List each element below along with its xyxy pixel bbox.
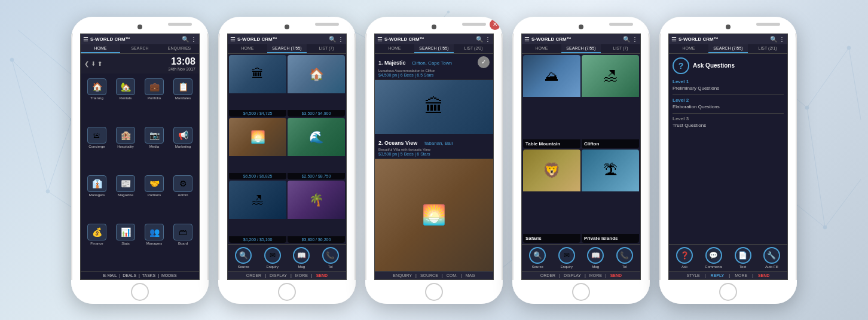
- more-link-4[interactable]: MORE: [589, 273, 602, 278]
- more-icon-3[interactable]: ⋮: [485, 36, 491, 42]
- property-card-4[interactable]: 🌊 $2,500 / $8,750: [288, 118, 345, 179]
- tab-search-4[interactable]: SEARCH (7/55): [561, 44, 601, 53]
- com-link-3[interactable]: COM.: [447, 273, 457, 278]
- icon-marketing[interactable]: 📢 Marketing: [169, 124, 197, 172]
- search-icon-4[interactable]: 🔍: [623, 36, 630, 42]
- tab-home-2[interactable]: HOME: [228, 44, 267, 53]
- display-link-2[interactable]: DISPLAY: [270, 273, 287, 278]
- listing-item-2[interactable]: 2. Oceans View Tabanan, Bali ✕ Beautiful…: [375, 134, 493, 159]
- category-clifton[interactable]: 🏖 Clifton: [582, 55, 639, 148]
- icon-board[interactable]: 🗃 Board: [169, 221, 197, 269]
- send-link-5[interactable]: SEND: [758, 273, 769, 278]
- listing-item-1[interactable]: 1. Majestic Clifton, Cape Town ✓ Luxurio…: [375, 54, 493, 80]
- icon-magazine[interactable]: 📰 Magazine: [112, 173, 139, 220]
- action-comments-5[interactable]: 💬 Comments: [705, 247, 722, 269]
- deals-link[interactable]: DEALS: [123, 273, 136, 278]
- tab-home-4[interactable]: HOME: [522, 44, 561, 53]
- hamburger-icon-5[interactable]: ☰: [671, 36, 677, 42]
- action-enquiry-2[interactable]: ✉ Enquiry: [264, 247, 281, 269]
- icon-admin[interactable]: ⚙ Admin: [169, 173, 197, 220]
- more-icon-2[interactable]: ⋮: [338, 36, 344, 42]
- icon-portfolio[interactable]: 💼 Portfolio: [140, 76, 168, 123]
- checkmark-1[interactable]: ✓: [478, 56, 490, 68]
- tab-list-5[interactable]: LIST (2/1): [748, 44, 787, 53]
- tab-list-3[interactable]: LIST (2/2): [454, 44, 493, 53]
- more-icon-5[interactable]: ⋮: [779, 36, 785, 42]
- action-tel-2[interactable]: 📞 Tel: [322, 247, 339, 269]
- email-link[interactable]: E-MAIL: [103, 273, 117, 278]
- property-card-3[interactable]: 🌅 $6,500 / $6,825: [229, 118, 286, 179]
- icon-managers[interactable]: 👔 Managers: [83, 173, 111, 220]
- up-arrow-icon[interactable]: ⬆: [97, 60, 102, 67]
- action-source-4[interactable]: 🔍 Source: [529, 247, 546, 269]
- icon-media[interactable]: 📷 Media: [140, 124, 168, 172]
- mag-link-3[interactable]: MAG: [466, 273, 475, 278]
- action-tel-4[interactable]: 📞 Tel: [616, 247, 633, 269]
- hamburger-icon-4[interactable]: ☰: [524, 36, 530, 42]
- down-arrow-icon[interactable]: ⬇: [91, 60, 96, 67]
- hamburger-icon-1[interactable]: ☰: [83, 36, 88, 42]
- reply-link-5[interactable]: REPLY: [711, 273, 725, 278]
- send-link-2[interactable]: SEND: [316, 273, 328, 278]
- tab-home-5[interactable]: HOME: [669, 44, 708, 53]
- send-link-4[interactable]: SEND: [610, 273, 622, 278]
- enquiry-link-3[interactable]: ENQUIRY: [393, 273, 412, 278]
- home-button-3[interactable]: [425, 283, 443, 301]
- tab-search-1[interactable]: SEARCH: [120, 44, 160, 53]
- action-text-5[interactable]: 📄 Text: [735, 247, 751, 269]
- property-price-6: $3,800 / $6,200: [288, 236, 345, 243]
- icon-hospitality[interactable]: 🏨 Hospitality: [112, 124, 139, 172]
- more-link-2[interactable]: MORE: [295, 273, 308, 278]
- hamburger-icon-3[interactable]: ☰: [377, 36, 383, 42]
- icon-partners[interactable]: 🤝 Partners: [140, 173, 168, 220]
- action-source-2[interactable]: 🔍 Source: [235, 247, 252, 269]
- icon-mandates[interactable]: 📋 Mandates: [169, 76, 197, 123]
- search-icon-2[interactable]: 🔍: [329, 36, 336, 42]
- category-table-mountain[interactable]: ⛰ Table Mountain: [523, 55, 580, 148]
- icon-managers2[interactable]: 👥 Managers: [140, 221, 168, 269]
- tab-home-1[interactable]: HOME: [81, 44, 120, 53]
- left-arrow-icon[interactable]: ❮: [84, 60, 89, 67]
- source-link-3[interactable]: SOURCE: [420, 273, 438, 278]
- more-link-5[interactable]: MORE: [735, 273, 747, 278]
- hamburger-icon-2[interactable]: ☰: [230, 36, 236, 42]
- action-ask-5[interactable]: ❓ Ask: [676, 247, 693, 269]
- icon-finance[interactable]: 💰 Finance: [83, 221, 111, 269]
- search-icon-1[interactable]: 🔍: [182, 36, 189, 42]
- category-private-islands[interactable]: 🏝 Private Islands: [582, 150, 639, 243]
- property-card-2[interactable]: 🏠 $3,500 / $4,900: [288, 55, 345, 117]
- action-autofill-5[interactable]: 🔧 Auto Fill: [763, 247, 780, 269]
- search-icon-5[interactable]: 🔍: [770, 36, 777, 42]
- search-icon-3[interactable]: 🔍: [476, 36, 483, 42]
- property-card-5[interactable]: 🏖 $4,200 / $5,100: [229, 181, 286, 242]
- tab-enquiries-1[interactable]: ENQUIRIES: [160, 44, 199, 53]
- tab-list-4[interactable]: LIST (7): [601, 44, 640, 53]
- icon-training[interactable]: 🏠 Training: [83, 76, 111, 123]
- property-card-1[interactable]: 🏛 $4,500 / $4,725: [229, 55, 286, 117]
- tab-search-3[interactable]: SEARCH (7/55): [414, 44, 454, 53]
- home-button-5[interactable]: [719, 283, 737, 301]
- home-button-1[interactable]: [131, 283, 149, 301]
- modes-link[interactable]: MODES: [161, 273, 177, 278]
- icon-rentals[interactable]: 🏡 Rentals: [112, 76, 139, 123]
- icon-stats[interactable]: 📊 Stats: [112, 221, 139, 269]
- style-link-5[interactable]: STYLE: [687, 273, 700, 278]
- home-button-4[interactable]: [572, 283, 590, 301]
- tab-search-2[interactable]: SEARCH (7/55): [267, 44, 307, 53]
- home-button-2[interactable]: [278, 283, 296, 301]
- tab-home-3[interactable]: HOME: [375, 44, 414, 53]
- property-card-6[interactable]: 🌴 $3,800 / $6,200: [288, 181, 345, 242]
- tab-search-5[interactable]: SEARCH (7/55): [708, 44, 748, 53]
- action-mag-2[interactable]: 📖 Mag: [293, 247, 310, 269]
- more-icon-1[interactable]: ⋮: [191, 36, 197, 42]
- action-mag-4[interactable]: 📖 Mag: [587, 247, 604, 269]
- icon-concierge[interactable]: 🛎 Concierge: [83, 124, 111, 172]
- order-link-4[interactable]: ORDER: [540, 273, 555, 278]
- order-link-2[interactable]: ORDER: [246, 273, 261, 278]
- action-enquiry-4[interactable]: ✉ Enquiry: [558, 247, 575, 269]
- display-link-4[interactable]: DISPLAY: [564, 273, 581, 278]
- category-safaris[interactable]: 🦁 Safaris: [523, 150, 580, 243]
- tab-list-2[interactable]: LIST (7): [307, 44, 346, 53]
- more-icon-4[interactable]: ⋮: [632, 36, 638, 42]
- tasks-link[interactable]: TASKS: [142, 273, 155, 278]
